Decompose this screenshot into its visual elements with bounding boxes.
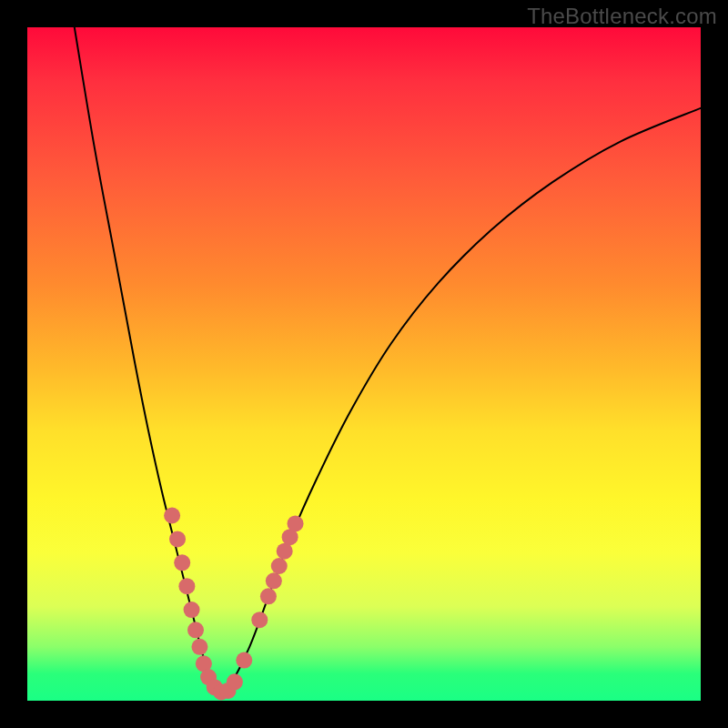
data-point: [236, 652, 252, 669]
data-point: [227, 673, 243, 690]
data-point: [178, 578, 195, 594]
data-point: [191, 639, 207, 655]
data-point: [251, 612, 268, 628]
points-layer: [164, 508, 303, 701]
data-point: [271, 558, 288, 574]
data-point: [169, 531, 186, 547]
data-point: [164, 508, 180, 524]
data-point: [288, 515, 304, 531]
plot-area: [27, 27, 701, 701]
data-point: [187, 622, 204, 638]
curve-layer: [75, 27, 701, 694]
data-point: [266, 572, 282, 589]
curve-path: [75, 27, 701, 694]
chart-frame: TheBottleneck.com: [0, 0, 728, 728]
data-point: [277, 543, 293, 560]
watermark-text: TheBottleneck.com: [527, 4, 717, 29]
data-point: [184, 602, 200, 618]
data-point: [174, 554, 190, 571]
data-point: [260, 588, 277, 604]
chart-svg: [27, 27, 701, 701]
